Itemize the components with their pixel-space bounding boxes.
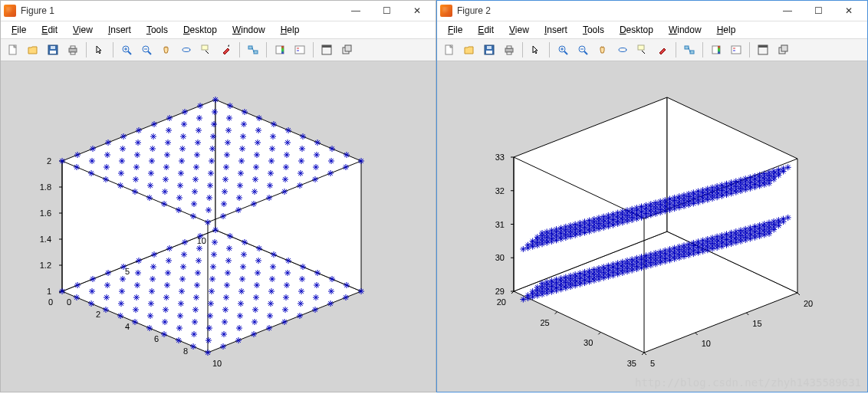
toolbar <box>437 39 867 61</box>
menu-tools[interactable]: Tools <box>577 23 610 37</box>
brush-icon[interactable] <box>653 41 672 59</box>
new-file-icon[interactable] <box>4 41 22 59</box>
menu-insert[interactable]: Insert <box>102 23 137 37</box>
pointer-icon[interactable] <box>527 41 545 59</box>
titlebar[interactable]: Figure 2 — ☐ ✕ <box>437 1 867 21</box>
close-button[interactable]: ✕ <box>402 1 432 21</box>
menu-insert[interactable]: Insert <box>538 23 574 37</box>
print-icon[interactable] <box>64 41 82 59</box>
svg-line-1046 <box>584 51 587 54</box>
open-folder-icon[interactable] <box>460 41 478 59</box>
svg-line-12 <box>148 51 151 54</box>
svg-text:15: 15 <box>752 319 761 328</box>
dock-icon[interactable] <box>317 41 336 59</box>
svg-text:1.6: 1.6 <box>40 208 51 218</box>
window-title: Figure 2 <box>457 5 491 16</box>
brush-icon[interactable] <box>217 41 235 59</box>
menu-desktop[interactable]: Desktop <box>177 23 223 37</box>
svg-text:32: 32 <box>495 186 505 195</box>
legend-icon[interactable] <box>291 41 309 59</box>
undock-icon[interactable] <box>337 41 356 59</box>
svg-line-16 <box>205 51 209 54</box>
link-icon[interactable] <box>680 41 699 59</box>
pointer-icon[interactable] <box>90 41 109 59</box>
svg-rect-1062 <box>781 45 787 51</box>
dock-icon[interactable] <box>754 41 772 59</box>
zoom-in-icon[interactable] <box>554 41 572 59</box>
data-cursor-icon[interactable] <box>197 41 215 59</box>
menu-file[interactable]: File <box>442 23 469 37</box>
svg-line-1087 <box>642 353 644 355</box>
svg-text:30: 30 <box>584 338 593 347</box>
save-icon[interactable] <box>480 41 498 59</box>
menu-window[interactable]: Window <box>226 23 271 37</box>
svg-rect-22 <box>295 46 304 54</box>
hand-icon[interactable] <box>157 41 176 59</box>
close-button[interactable]: ✕ <box>833 1 864 21</box>
figure-window-2: Figure 2 — ☐ ✕ File Edit View Insert Too… <box>436 0 868 392</box>
menu-view[interactable]: View <box>67 23 99 37</box>
zoom-in-icon[interactable] <box>117 41 136 59</box>
menu-desktop[interactable]: Desktop <box>613 23 659 37</box>
svg-line-8 <box>128 51 131 54</box>
svg-rect-1052 <box>690 51 694 54</box>
svg-line-1089 <box>644 353 646 355</box>
open-folder-icon[interactable] <box>24 41 42 59</box>
data-cursor-icon[interactable] <box>633 41 652 59</box>
svg-rect-1037 <box>487 46 492 49</box>
menu-edit[interactable]: Edit <box>472 23 500 37</box>
svg-rect-21 <box>281 46 284 54</box>
menu-window[interactable]: Window <box>663 23 708 37</box>
svg-text:5: 5 <box>650 359 655 368</box>
zoom-out-icon[interactable] <box>574 41 592 59</box>
rotate3d-icon[interactable] <box>177 41 196 59</box>
menu-file[interactable]: File <box>5 23 32 37</box>
svg-line-1085 <box>598 332 600 334</box>
svg-line-1095 <box>797 293 800 295</box>
svg-rect-1056 <box>732 46 741 54</box>
svg-rect-2 <box>50 51 56 54</box>
legend-icon[interactable] <box>727 41 745 59</box>
svg-text:6: 6 <box>154 334 159 343</box>
hand-icon[interactable] <box>593 41 612 59</box>
menu-edit[interactable]: Edit <box>35 23 64 37</box>
svg-text:2: 2 <box>47 156 51 166</box>
svg-text:20: 20 <box>804 299 813 308</box>
maximize-button[interactable]: ☐ <box>803 1 833 21</box>
new-file-icon[interactable] <box>440 41 459 59</box>
svg-rect-28 <box>345 45 351 51</box>
svg-rect-1039 <box>507 46 511 48</box>
minimize-button[interactable]: — <box>340 1 371 21</box>
svg-line-1093 <box>746 313 748 315</box>
matlab-icon <box>4 5 16 17</box>
maximize-button[interactable]: ☐ <box>371 1 402 21</box>
rotate3d-icon[interactable] <box>613 41 632 59</box>
menu-view[interactable]: View <box>503 23 535 37</box>
svg-text:4: 4 <box>125 322 130 331</box>
menu-tools[interactable]: Tools <box>140 23 174 37</box>
svg-text:10: 10 <box>212 359 222 368</box>
menu-help[interactable]: Help <box>711 23 742 37</box>
minimize-button[interactable]: — <box>772 1 803 21</box>
svg-text:29: 29 <box>495 287 505 296</box>
svg-line-1083 <box>555 312 557 314</box>
link-icon[interactable] <box>244 41 262 59</box>
print-icon[interactable] <box>500 41 518 59</box>
figure-window-1: Figure 1 — ☐ ✕ File Edit View Insert Too… <box>0 0 436 392</box>
svg-rect-1060 <box>758 45 768 48</box>
svg-text:2: 2 <box>96 310 100 319</box>
save-icon[interactable] <box>44 41 62 59</box>
svg-text:1.2: 1.2 <box>40 261 51 270</box>
svg-text:0: 0 <box>67 297 71 307</box>
plot-area[interactable]: 11.21.41.61.8205100246810 <box>1 61 436 392</box>
plot-area[interactable]: 2930313233202530355101520 http://blog.cs… <box>437 61 867 392</box>
menu-help[interactable]: Help <box>275 23 306 37</box>
svg-text:8: 8 <box>183 346 188 356</box>
menubar: File Edit View Insert Tools Desktop Wind… <box>1 21 436 39</box>
undock-icon[interactable] <box>774 41 792 59</box>
zoom-out-icon[interactable] <box>137 41 156 59</box>
colorbar-icon[interactable] <box>707 41 725 59</box>
titlebar[interactable]: Figure 1 — ☐ ✕ <box>1 1 436 21</box>
axes-3d: 11.21.41.61.8205100246810 <box>1 61 436 392</box>
colorbar-icon[interactable] <box>271 41 289 59</box>
